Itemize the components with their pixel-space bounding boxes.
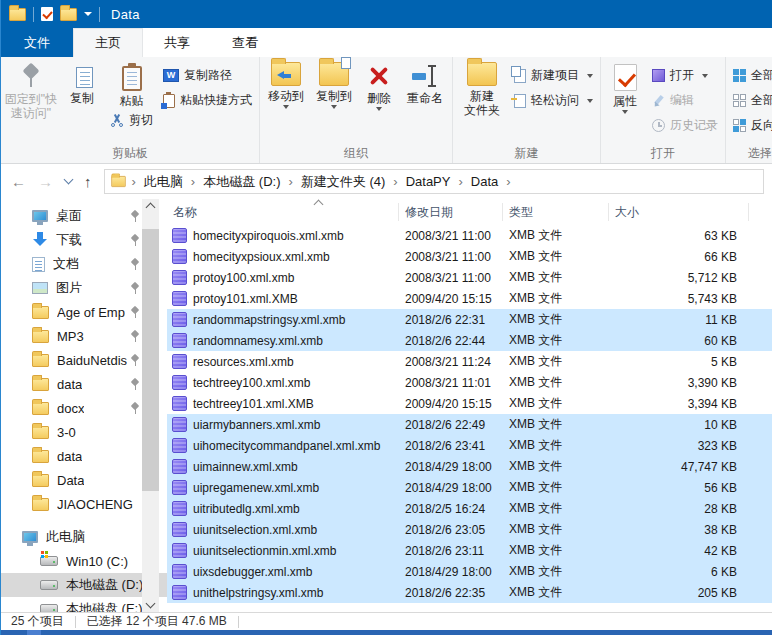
column-header-name[interactable]: 名称	[167, 203, 399, 221]
paste-shortcut-button[interactable]: 粘贴快捷方式	[158, 88, 257, 113]
delete-button[interactable]: 删除	[358, 58, 400, 111]
back-button[interactable]: ←	[11, 174, 26, 189]
file-type: XMB 文件	[503, 437, 609, 454]
file-name-cell: homecityxpiroquois.xml.xmb	[167, 228, 399, 243]
pushpin-icon	[19, 62, 43, 89]
tab-view[interactable]: 查看	[211, 28, 279, 57]
tab-file[interactable]: 文件	[1, 28, 73, 57]
up-button[interactable]: ↑	[84, 174, 92, 189]
new-folder-label: 新建文件夹	[464, 89, 500, 117]
easy-access-icon	[514, 94, 526, 108]
copy-path-icon	[163, 69, 179, 82]
qat-properties-icon[interactable]	[41, 7, 53, 21]
breadcrumb-segment[interactable]: Data	[468, 174, 501, 189]
file-row[interactable]: homecityxpsioux.xml.xmb2008/3/21 11:00XM…	[167, 246, 772, 267]
edit-button[interactable]: 编辑	[647, 88, 723, 113]
file-row[interactable]: unithelpstringsy.xml.xmb2018/2/6 22:35XM…	[167, 582, 772, 603]
recent-locations-chevron-icon[interactable]	[64, 175, 74, 185]
select-all-button[interactable]: 全部选	[728, 63, 772, 88]
breadcrumb-segment[interactable]: 新建文件夹 (4)	[298, 173, 389, 191]
drive-win-icon	[40, 556, 58, 566]
history-button[interactable]: 历史记录	[647, 113, 723, 138]
file-date-modified: 2009/4/20 15:15	[399, 292, 503, 306]
column-header-size[interactable]: 大小	[609, 203, 749, 221]
copy-to-icon	[319, 62, 349, 86]
easy-access-button[interactable]: 轻松访问	[509, 88, 598, 113]
tab-home[interactable]: 主页	[73, 28, 143, 57]
qat-dropdown-icon[interactable]	[84, 12, 92, 16]
file-row[interactable]: techtreey100.xml.xmb2008/3/21 11:01XMB 文…	[167, 372, 772, 393]
properties-button[interactable]: 属性	[603, 58, 647, 114]
file-date-modified: 2018/2/5 16:24	[399, 502, 503, 516]
file-row[interactable]: protoy100.xml.xmb2008/3/21 11:00XMB 文件5,…	[167, 267, 772, 288]
folder-icon	[32, 426, 49, 439]
move-to-button[interactable]: 移动到	[262, 58, 310, 109]
scrollbar-thumb[interactable]	[142, 229, 159, 491]
breadcrumb-chevron-icon[interactable]: ›	[283, 174, 297, 189]
ribbon: 固定到"快速访问" 复制 粘贴 剪切	[1, 57, 772, 164]
file-name: uixsdebugger.xml.xmb	[193, 565, 312, 579]
scroll-up-icon[interactable]	[146, 203, 156, 213]
qat-new-folder-icon[interactable]	[60, 8, 77, 21]
tab-share[interactable]: 共享	[143, 28, 211, 57]
file-row[interactable]: uitributedlg.xml.xmb2018/2/5 16:24XMB 文件…	[167, 498, 772, 519]
breadcrumb-chevron-icon[interactable]: ›	[127, 174, 141, 189]
select-all-icon	[733, 69, 746, 82]
file-row[interactable]: uiunitselection.xml.xmb2018/2/6 23:05XMB…	[167, 519, 772, 540]
file-name: protoy100.xml.xmb	[193, 271, 294, 285]
column-header-type[interactable]: 类型	[503, 203, 609, 221]
file-size: 42 KB	[609, 544, 749, 558]
file-date-modified: 2008/3/21 11:00	[399, 271, 503, 285]
copy-to-button[interactable]: 复制到	[310, 58, 358, 109]
file-name-cell: randommapstringsy.xml.xmb	[167, 312, 399, 327]
file-type: XMB 文件	[503, 374, 609, 391]
breadcrumb-chevron-icon[interactable]: ›	[186, 174, 200, 189]
breadcrumb-chevron-icon[interactable]: ›	[501, 174, 515, 189]
folder-icon	[32, 378, 49, 391]
file-row[interactable]: uiunitselectionmin.xml.xmb2018/2/6 23:11…	[167, 540, 772, 561]
file-list-pane: 名称修改日期类型大小 homecityxpiroquois.xml.xmb200…	[167, 199, 772, 612]
breadcrumb-segment[interactable]: 本地磁盘 (D:)	[200, 173, 283, 191]
breadcrumb-chevron-icon[interactable]: ›	[453, 174, 467, 189]
file-row[interactable]: randomnamesy.xml.xmb2018/2/6 22:44XMB 文件…	[167, 330, 772, 351]
rename-button[interactable]: 重命名	[400, 58, 450, 105]
file-row[interactable]: techtreey101.xml.XMB2009/4/20 15:15XMB 文…	[167, 393, 772, 414]
copy-button[interactable]: 复制	[59, 58, 105, 105]
paste-button[interactable]: 粘贴	[109, 58, 155, 108]
file-row[interactable]: uiarmybanners.xml.xmb2018/2/6 22:49XMB 文…	[167, 414, 772, 435]
file-type: XMB 文件	[503, 227, 609, 244]
breadcrumb-chevron-icon[interactable]: ›	[388, 174, 402, 189]
file-row[interactable]: randommapstringsy.xml.xmb2018/2/6 22:31X…	[167, 309, 772, 330]
breadcrumb-segment[interactable]: 此电脑	[141, 173, 186, 191]
file-row[interactable]: uipregamenew.xml.xmb2018/4/29 18:00XMB 文…	[167, 477, 772, 498]
xmb-file-icon	[172, 564, 187, 579]
file-type: XMB 文件	[503, 584, 609, 601]
cut-button[interactable]: 剪切	[105, 108, 158, 133]
new-folder-button[interactable]: 新建文件夹	[455, 58, 509, 117]
pin-to-quick-access-button[interactable]: 固定到"快速访问"	[3, 58, 59, 120]
forward-button[interactable]: →	[38, 174, 53, 189]
new-item-button[interactable]: 新建项目	[509, 63, 598, 88]
copy-path-button[interactable]: 复制路径	[158, 63, 257, 88]
scroll-down-icon[interactable]	[146, 599, 156, 609]
file-row[interactable]: uihomecitycommandpanel.xml.xmb2018/2/6 2…	[167, 435, 772, 456]
breadcrumb-bar[interactable]: › 此电脑›本地磁盘 (D:)›新建文件夹 (4)›DataPY›Data›	[104, 169, 765, 194]
file-row[interactable]: homecityxpiroquois.xml.xmb2008/3/21 11:0…	[167, 225, 772, 246]
file-row[interactable]: protoy101.xml.XMB2009/4/20 15:15XMB 文件5,…	[167, 288, 772, 309]
folder-icon	[32, 474, 49, 487]
clipboard-icon	[122, 66, 142, 91]
sidebar-scrollbar[interactable]	[142, 199, 159, 612]
download-icon	[32, 232, 48, 248]
column-header-date-modified[interactable]: 修改日期	[399, 203, 503, 221]
folder-icon	[32, 402, 49, 415]
select-none-button[interactable]: 全部取	[728, 88, 772, 113]
file-row[interactable]: uimainnew.xml.xmb2018/4/29 18:00XMB 文件47…	[167, 456, 772, 477]
breadcrumb-segment[interactable]: DataPY	[403, 174, 454, 189]
file-row[interactable]: resources.xml.xmb2008/3/21 11:24XMB 文件5 …	[167, 351, 772, 372]
file-row[interactable]: uixsdebugger.xml.xmb2018/4/29 18:00XMB 文…	[167, 561, 772, 582]
open-button[interactable]: 打开	[647, 63, 723, 88]
sidebar-item-label: 此电脑	[46, 528, 85, 546]
file-type: XMB 文件	[503, 479, 609, 496]
file-name-cell: uipregamenew.xml.xmb	[167, 480, 399, 495]
invert-selection-button[interactable]: 反向选	[728, 113, 772, 138]
